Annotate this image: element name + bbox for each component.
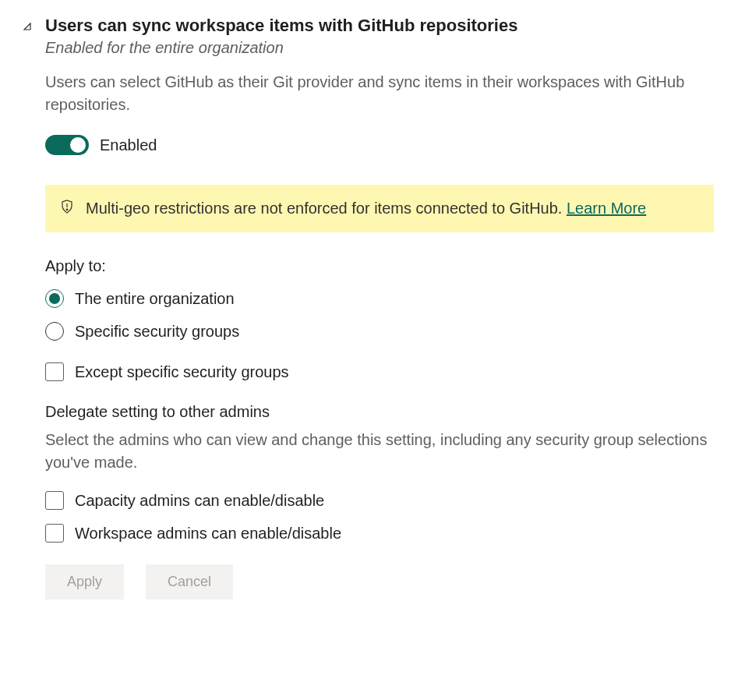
setting-content: Users can sync workspace items with GitH…: [45, 16, 714, 599]
delegate-description: Select the admins who can view and chang…: [45, 429, 714, 474]
collapse-triangle-icon[interactable]: [22, 22, 34, 34]
button-row: Apply Cancel: [45, 564, 714, 599]
radio-circle-icon: [45, 322, 64, 341]
scope-text: Enabled for the entire organization: [45, 39, 714, 57]
apply-to-heading: Apply to:: [45, 257, 714, 275]
apply-button[interactable]: Apply: [45, 564, 124, 599]
shield-warning-icon: [59, 199, 75, 214]
toggle-label: Enabled: [100, 136, 157, 154]
setting-description: Users can select GitHub as their Git pro…: [45, 71, 714, 116]
except-groups-checkbox[interactable]: Except specific security groups: [45, 362, 714, 381]
workspace-admins-checkbox[interactable]: Workspace admins can enable/disable: [45, 524, 714, 543]
enabled-toggle[interactable]: [45, 135, 89, 155]
setting-title: Users can sync workspace items with GitH…: [45, 16, 714, 36]
svg-point-1: [66, 209, 68, 210]
warning-banner: Multi-geo restrictions are not enforced …: [45, 185, 714, 232]
setting-row: Users can sync workspace items with GitH…: [22, 16, 714, 599]
radio-label: The entire organization: [75, 290, 235, 308]
radio-entire-org[interactable]: The entire organization: [45, 289, 714, 308]
cancel-button[interactable]: Cancel: [146, 564, 233, 599]
checkbox-label: Workspace admins can enable/disable: [75, 525, 341, 543]
capacity-admins-checkbox[interactable]: Capacity admins can enable/disable: [45, 491, 714, 510]
toggle-row: Enabled: [45, 135, 714, 155]
learn-more-link[interactable]: Learn More: [567, 200, 646, 217]
checkbox-label: Capacity admins can enable/disable: [75, 492, 324, 510]
checkbox-box-icon: [45, 491, 64, 510]
radio-label: Specific security groups: [75, 323, 239, 341]
warning-message: Multi-geo restrictions are not enforced …: [86, 200, 567, 217]
checkbox-label: Except specific security groups: [75, 363, 289, 381]
checkbox-box-icon: [45, 362, 64, 381]
radio-specific-groups[interactable]: Specific security groups: [45, 322, 714, 341]
delegate-section: Delegate setting to other admins Select …: [45, 403, 714, 543]
apply-to-radio-group: The entire organization Specific securit…: [45, 289, 714, 341]
radio-circle-icon: [45, 289, 64, 308]
checkbox-box-icon: [45, 524, 64, 543]
warning-text: Multi-geo restrictions are not enforced …: [86, 197, 646, 220]
delegate-heading: Delegate setting to other admins: [45, 403, 714, 421]
